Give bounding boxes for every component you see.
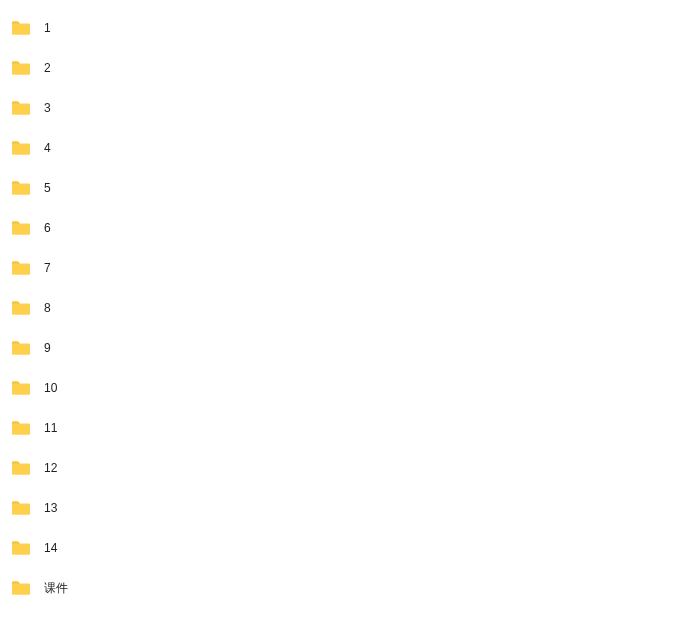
- folder-item[interactable]: 7: [12, 248, 671, 288]
- folder-label: 2: [44, 61, 51, 75]
- folder-label: 11: [44, 421, 57, 435]
- file-list: 1 2 3 4: [12, 8, 671, 608]
- folder-label: 4: [44, 141, 51, 155]
- folder-icon: [12, 461, 30, 475]
- folder-icon: [12, 61, 30, 75]
- folder-icon: [12, 421, 30, 435]
- folder-item[interactable]: 14: [12, 528, 671, 568]
- folder-icon: [12, 301, 30, 315]
- folder-label: 13: [44, 501, 57, 515]
- folder-icon: [12, 221, 30, 235]
- folder-label: 3: [44, 101, 51, 115]
- folder-label: 7: [44, 261, 51, 275]
- folder-label: 14: [44, 541, 57, 555]
- folder-icon: [12, 181, 30, 195]
- folder-icon: [12, 141, 30, 155]
- folder-icon: [12, 581, 30, 595]
- folder-item[interactable]: 课件: [12, 568, 671, 608]
- folder-icon: [12, 501, 30, 515]
- folder-item[interactable]: 5: [12, 168, 671, 208]
- folder-item[interactable]: 6: [12, 208, 671, 248]
- folder-item[interactable]: 8: [12, 288, 671, 328]
- folder-icon: [12, 541, 30, 555]
- folder-label: 5: [44, 181, 51, 195]
- folder-icon: [12, 101, 30, 115]
- folder-item[interactable]: 9: [12, 328, 671, 368]
- folder-label: 9: [44, 341, 51, 355]
- folder-label: 6: [44, 221, 51, 235]
- folder-label: 12: [44, 461, 57, 475]
- folder-item[interactable]: 1: [12, 8, 671, 48]
- folder-label: 10: [44, 381, 57, 395]
- folder-icon: [12, 381, 30, 395]
- folder-icon: [12, 261, 30, 275]
- folder-item[interactable]: 12: [12, 448, 671, 488]
- folder-label: 课件: [44, 580, 68, 597]
- folder-icon: [12, 341, 30, 355]
- folder-item[interactable]: 10: [12, 368, 671, 408]
- folder-item[interactable]: 11: [12, 408, 671, 448]
- folder-icon: [12, 21, 30, 35]
- folder-item[interactable]: 3: [12, 88, 671, 128]
- folder-item[interactable]: 13: [12, 488, 671, 528]
- folder-label: 8: [44, 301, 51, 315]
- folder-item[interactable]: 4: [12, 128, 671, 168]
- folder-item[interactable]: 2: [12, 48, 671, 88]
- folder-label: 1: [44, 21, 51, 35]
